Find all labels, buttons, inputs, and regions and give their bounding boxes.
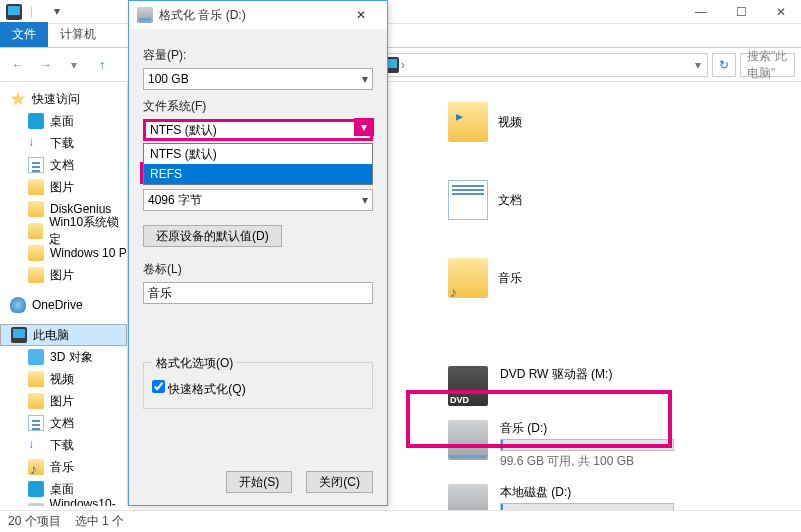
label: OneDrive — [32, 298, 83, 312]
refresh-button[interactable]: ↻ — [712, 53, 736, 77]
tree-pictures[interactable]: 图片 — [0, 176, 127, 198]
allocation-select[interactable]: 4096 字节 ▾ — [143, 189, 373, 211]
tree-documents2[interactable]: 文档 — [0, 412, 127, 434]
qat-dropdown-icon[interactable]: ▾ — [54, 4, 70, 20]
tree-win10lock[interactable]: Win10系统锁定 — [0, 220, 127, 242]
up-button[interactable]: ↑ — [90, 53, 114, 77]
label: 图片 — [50, 267, 74, 284]
fs-option-refs[interactable]: REFS — [144, 164, 372, 184]
app-icon — [6, 4, 22, 20]
chevron-down-icon[interactable]: ▾ — [354, 118, 374, 136]
music-icon — [28, 459, 44, 475]
capacity-select[interactable]: 100 GB ▾ — [143, 68, 373, 90]
navbar: ← → ▾ ↑ › ▾ ↻ 搜索"此电脑" — [0, 48, 801, 82]
drive-sub: 99.6 GB 可用, 共 100 GB — [500, 453, 801, 470]
search-input[interactable]: 搜索"此电脑" — [740, 53, 795, 77]
tree-quick-access[interactable]: 快速访问 — [0, 88, 127, 110]
quick-format-label: 快速格式化(Q) — [168, 382, 245, 396]
document-icon — [28, 157, 44, 173]
onedrive-icon — [10, 297, 26, 313]
folder-documents[interactable]: 文档 — [448, 180, 628, 220]
tree-downloads2[interactable]: ↓下载 — [0, 434, 127, 456]
quick-access-toolbar: | ▾ — [0, 4, 76, 20]
label: 文档 — [50, 415, 74, 432]
pc-icon — [11, 327, 27, 343]
tree-pictures2[interactable]: 图片 — [0, 264, 127, 286]
file-tab[interactable]: 文件 — [0, 22, 48, 47]
tree-win10p[interactable]: Windows 10 P — [0, 242, 127, 264]
drive-icon — [137, 7, 153, 23]
highlight-annotation — [406, 390, 672, 448]
format-dialog: 格式化 音乐 (D:) ✕ 容量(P): 100 GB ▾ 文件系统(F) NT… — [128, 0, 388, 506]
tree-pictures3[interactable]: 图片 — [0, 390, 127, 412]
folder-icon — [28, 201, 44, 217]
window-controls: — ☐ ✕ — [681, 0, 801, 24]
folder-icon — [28, 267, 44, 283]
label: 下载 — [50, 135, 74, 152]
dialog-body: 容量(P): 100 GB ▾ 文件系统(F) NTFS (默认) ▾ NTFS… — [129, 29, 387, 419]
tree-win10-16[interactable]: Windows10-16 — [0, 500, 127, 506]
label: 音乐 — [50, 459, 74, 476]
label: 下载 — [50, 437, 74, 454]
titlebar: | ▾ — ☐ ✕ — [0, 0, 801, 24]
filesystem-select[interactable]: NTFS (默认) ▾ — [143, 119, 373, 141]
tree-music[interactable]: 音乐 — [0, 456, 127, 478]
tree-thispc[interactable]: 此电脑 — [0, 324, 127, 346]
capacity-label: 容量(P): — [143, 47, 373, 64]
restore-defaults-button[interactable]: 还原设备的默认值(D) — [143, 225, 282, 247]
label: 视频 — [498, 114, 522, 131]
dialog-titlebar[interactable]: 格式化 音乐 (D:) ✕ — [129, 1, 387, 29]
star-icon — [10, 91, 26, 107]
forward-button[interactable]: → — [34, 53, 58, 77]
drive-label: 本地磁盘 (D:) — [500, 484, 801, 501]
address-bar[interactable]: › ▾ — [378, 53, 708, 77]
label: 图片 — [50, 179, 74, 196]
close-button[interactable]: ✕ — [761, 0, 801, 24]
tree-desktop[interactable]: 桌面 — [0, 110, 127, 132]
folder-music[interactable]: 音乐 — [448, 258, 628, 298]
folder-icon — [28, 393, 44, 409]
close-button[interactable]: 关闭(C) — [306, 471, 373, 493]
computer-tab[interactable]: 计算机 — [48, 22, 108, 47]
quick-format-checkbox[interactable]: 快速格式化(Q) — [152, 382, 246, 396]
format-options-group: 格式化选项(O) 快速格式化(Q) — [143, 362, 373, 409]
desktop-icon — [28, 113, 44, 129]
dialog-footer: 开始(S) 关闭(C) — [226, 471, 373, 493]
ribbon: 文件 计算机 — [0, 24, 801, 48]
address-dropdown-icon[interactable]: ▾ — [695, 58, 701, 72]
dialog-close-button[interactable]: ✕ — [343, 1, 379, 29]
desktop-icon — [28, 481, 44, 497]
chevron-right-icon[interactable]: › — [401, 58, 405, 72]
label: Win10系统锁定 — [49, 214, 127, 248]
label: 文档 — [50, 157, 74, 174]
status-bar: 20 个项目 选中 1 个 — [0, 510, 801, 532]
minimize-button[interactable]: — — [681, 0, 721, 24]
download-icon: ↓ — [28, 437, 44, 453]
allocation-value: 4096 字节 — [148, 192, 202, 209]
options-legend: 格式化选项(O) — [152, 355, 237, 372]
label: Windows10-16 — [50, 497, 127, 506]
search-placeholder: 搜索"此电脑" — [747, 48, 788, 82]
recent-dropdown[interactable]: ▾ — [62, 53, 86, 77]
filesystem-dropdown: NTFS (默认) REFS — [143, 143, 373, 185]
folder-icon — [28, 371, 44, 387]
filesystem-label: 文件系统(F) — [143, 98, 373, 115]
label: 桌面 — [50, 113, 74, 130]
label: 此电脑 — [33, 327, 69, 344]
tree-video[interactable]: 视频 — [0, 368, 127, 390]
document-icon — [448, 180, 488, 220]
volume-input[interactable] — [143, 282, 373, 304]
back-button[interactable]: ← — [6, 53, 30, 77]
tree-documents[interactable]: 文档 — [0, 154, 127, 176]
tree-3d[interactable]: 3D 对象 — [0, 346, 127, 368]
quick-format-input[interactable] — [152, 380, 165, 393]
tree-downloads[interactable]: ↓下载 — [0, 132, 127, 154]
folder-video[interactable]: 视频 — [448, 102, 628, 142]
tree-onedrive[interactable]: OneDrive — [0, 294, 127, 316]
fs-option-ntfs[interactable]: NTFS (默认) — [144, 144, 372, 164]
dialog-title: 格式化 音乐 (D:) — [159, 7, 246, 24]
maximize-button[interactable]: ☐ — [721, 0, 761, 24]
start-button[interactable]: 开始(S) — [226, 471, 292, 493]
selection-count: 选中 1 个 — [75, 513, 124, 530]
nav-tree[interactable]: 快速访问 桌面 ↓下载 文档 图片 DiskGenius Win10系统锁定 W… — [0, 82, 128, 506]
